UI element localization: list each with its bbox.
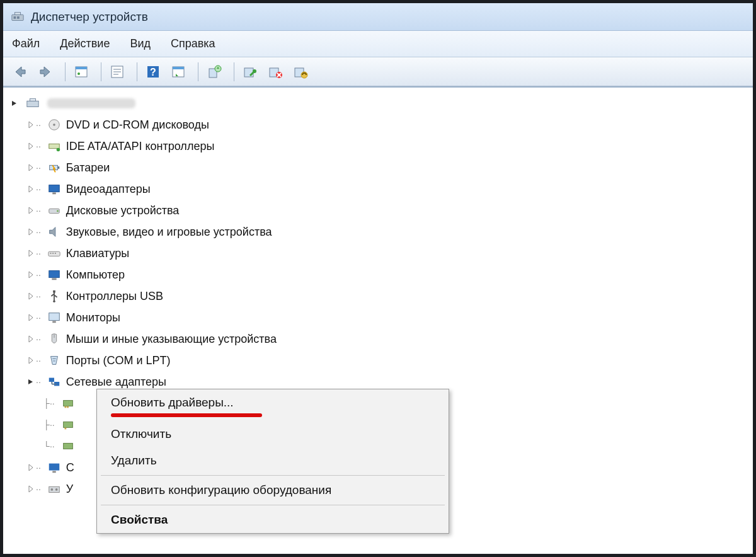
- toolbar: ?: [3, 57, 753, 86]
- svg-point-43: [53, 300, 55, 302]
- cm-remove[interactable]: Удалить: [97, 447, 449, 474]
- expand-icon[interactable]: [26, 227, 36, 237]
- show-hidden-button[interactable]: [71, 61, 92, 83]
- cm-update-drivers[interactable]: Обновить драйверы...: [97, 389, 449, 416]
- svg-point-36: [57, 210, 59, 212]
- svg-rect-41: [49, 271, 60, 278]
- svg-rect-45: [49, 313, 60, 321]
- svg-rect-25: [27, 101, 38, 106]
- forward-button[interactable]: [35, 61, 56, 83]
- display-adapter-icon: [46, 182, 62, 196]
- properties-button[interactable]: [106, 61, 128, 83]
- expand-icon[interactable]: [26, 205, 36, 215]
- nic-icon: [60, 418, 76, 432]
- svg-point-64: [55, 488, 58, 491]
- tree-item[interactable]: ·· Дисковые устройства: [3, 200, 753, 221]
- nic-icon: [60, 439, 76, 453]
- svg-point-6: [77, 72, 80, 75]
- hid-icon: [46, 482, 62, 496]
- svg-rect-14: [173, 67, 184, 69]
- cm-properties[interactable]: Свойства: [97, 507, 449, 533]
- toolbar-separator: [198, 62, 198, 81]
- expand-icon[interactable]: [26, 248, 36, 258]
- uninstall-device-button[interactable]: [290, 61, 311, 83]
- svg-rect-34: [52, 193, 56, 195]
- svg-rect-58: [64, 428, 66, 430]
- computer-name: [47, 98, 135, 108]
- svg-rect-42: [52, 278, 56, 280]
- svg-rect-57: [63, 422, 72, 427]
- toolbar-separator: [137, 62, 137, 81]
- tree-label: Порты (COM и LPT): [66, 351, 171, 370]
- expand-icon[interactable]: [26, 184, 36, 194]
- ide-icon: [46, 139, 62, 153]
- menu-help[interactable]: Справка: [171, 37, 215, 50]
- menu-file[interactable]: Файл: [12, 37, 40, 50]
- disk-icon: [46, 204, 62, 217]
- toolbar-separator: [234, 62, 234, 81]
- collapse-icon[interactable]: [9, 98, 20, 108]
- device-manager-window: Диспетчер устройств Файл Действие Вид Сп…: [3, 3, 753, 554]
- svg-rect-29: [49, 144, 60, 148]
- collapse-icon[interactable]: [26, 377, 36, 387]
- cm-separator: [101, 505, 445, 505]
- scan-button[interactable]: [168, 61, 189, 83]
- tree-label: IDE ATA/ATAPI контроллеры: [66, 137, 215, 156]
- svg-text:?: ?: [150, 67, 156, 78]
- menu-action[interactable]: Действие: [60, 37, 110, 50]
- nic-icon: [60, 396, 76, 410]
- tree-root[interactable]: [3, 93, 753, 114]
- expand-icon[interactable]: [26, 163, 36, 173]
- port-icon: [46, 353, 62, 367]
- menu-view[interactable]: Вид: [130, 37, 151, 50]
- update-driver-button[interactable]: [203, 61, 225, 83]
- svg-point-18: [253, 69, 256, 73]
- mouse-icon: [46, 332, 62, 346]
- tree-item[interactable]: ·· Видеоадаптеры: [3, 178, 753, 200]
- svg-rect-37: [49, 251, 60, 256]
- tree-label: Батареи: [66, 158, 110, 177]
- tree-item[interactable]: ·· Мониторы: [3, 307, 753, 328]
- expand-icon[interactable]: [26, 355, 36, 365]
- cm-disable[interactable]: Отключить: [97, 421, 449, 447]
- svg-rect-54: [63, 400, 72, 406]
- monitor-icon: [46, 311, 62, 324]
- tree-label: Мониторы: [66, 308, 120, 327]
- svg-point-28: [53, 123, 55, 126]
- cm-rescan[interactable]: Обновить конфигурацию оборудования: [97, 477, 449, 503]
- expand-icon[interactable]: [26, 270, 36, 280]
- svg-rect-60: [49, 464, 60, 471]
- svg-rect-2: [17, 16, 20, 19]
- tree-item[interactable]: ·· Порты (COM и LPT): [3, 350, 753, 371]
- disable-device-button[interactable]: [265, 61, 286, 83]
- tree-item[interactable]: ·· Мыши и иные указывающие устройства: [3, 328, 753, 350]
- expand-icon[interactable]: [26, 120, 36, 130]
- tree-item[interactable]: ·· IDE ATA/ATAPI контроллеры: [3, 135, 753, 157]
- svg-rect-55: [64, 406, 66, 408]
- back-button[interactable]: [9, 61, 31, 83]
- tree-item[interactable]: ·· Контроллеры USB: [3, 285, 753, 307]
- toolbar-separator: [65, 62, 66, 81]
- tree-item[interactable]: ·· Клавиатуры: [3, 243, 753, 264]
- tree-label: У: [66, 479, 79, 498]
- expand-icon[interactable]: [26, 334, 36, 344]
- svg-point-63: [50, 488, 53, 491]
- expand-icon[interactable]: [26, 313, 36, 323]
- expand-icon[interactable]: [26, 462, 36, 473]
- tree-item[interactable]: ·· Звуковые, видео и игровые устройства: [3, 221, 753, 243]
- tree-item[interactable]: ·· Батареи: [3, 157, 753, 178]
- help-button[interactable]: ?: [142, 61, 164, 83]
- svg-rect-46: [52, 321, 56, 323]
- window-title: Диспетчер устройств: [31, 10, 148, 24]
- enable-device-button[interactable]: [239, 61, 261, 83]
- expand-icon[interactable]: [26, 484, 36, 494]
- expand-icon[interactable]: [26, 291, 36, 301]
- tree-item[interactable]: ·· DVD и CD-ROM дисководы: [3, 114, 753, 135]
- svg-rect-56: [67, 406, 69, 408]
- svg-point-30: [56, 148, 60, 152]
- cm-separator: [101, 475, 445, 476]
- battery-icon: [46, 161, 62, 175]
- usb-icon: [46, 289, 62, 303]
- tree-item[interactable]: ·· Компьютер: [3, 264, 753, 285]
- expand-icon[interactable]: [26, 141, 36, 151]
